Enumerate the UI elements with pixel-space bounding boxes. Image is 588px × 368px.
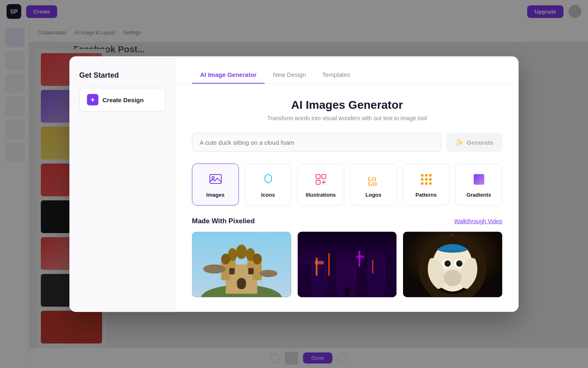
svg-rect-34 — [248, 268, 254, 274]
gradients-icon — [471, 171, 487, 187]
svg-rect-33 — [229, 268, 235, 274]
svg-rect-5 — [316, 180, 320, 184]
search-input[interactable] — [192, 132, 441, 152]
gradients-label: Gradients — [466, 191, 491, 197]
svg-rect-48 — [372, 260, 373, 273]
category-icons[interactable]: Icons — [245, 163, 292, 205]
gallery-image-2 — [298, 231, 397, 297]
create-design-label: Create Design — [102, 96, 144, 103]
category-illustrations[interactable]: Illustrations — [297, 163, 344, 205]
image-icon — [207, 171, 224, 187]
svg-rect-43 — [370, 258, 383, 297]
create-design-icon: + — [87, 94, 98, 105]
modal-left-title: Get Started — [79, 71, 165, 80]
svg-point-64 — [459, 261, 461, 264]
svg-marker-2 — [265, 174, 272, 183]
svg-rect-40 — [327, 251, 336, 297]
svg-point-35 — [203, 264, 226, 273]
made-with-title: Made With Pixelied — [192, 217, 255, 225]
hero-subtitle: Transform words into visual wonders with… — [192, 114, 502, 121]
tab-templates[interactable]: Templates — [314, 66, 358, 84]
made-with-section: Made With Pixelied Walkthrough Video — [192, 217, 502, 297]
svg-rect-13 — [421, 178, 423, 180]
svg-rect-44 — [385, 253, 397, 297]
svg-point-31 — [253, 254, 262, 264]
svg-point-28 — [236, 245, 247, 259]
wand-icon: ✨ — [455, 138, 463, 146]
category-images[interactable]: Images — [192, 163, 239, 205]
illustrations-icon — [313, 171, 329, 187]
svg-text:GO: GO — [368, 181, 377, 186]
svg-point-63 — [447, 261, 450, 264]
svg-rect-12 — [429, 174, 432, 176]
svg-rect-19 — [474, 174, 484, 184]
modal-left-panel: Get Started + Create Design — [69, 56, 176, 312]
gallery-image-3 — [403, 231, 502, 297]
svg-rect-46 — [328, 253, 330, 276]
images-label: Images — [206, 191, 225, 197]
create-design-button[interactable]: + Create Design — [79, 88, 165, 112]
generate-label: Generate — [467, 139, 493, 146]
logos-icon: LO GO — [365, 171, 382, 187]
svg-rect-15 — [429, 178, 432, 180]
generate-button[interactable]: ✨ Generate — [446, 132, 502, 152]
svg-rect-3 — [316, 174, 320, 178]
svg-rect-32 — [237, 278, 246, 289]
svg-point-1 — [212, 176, 214, 179]
modal: Get Started + Create Design AI Image Gen… — [69, 56, 519, 312]
modal-right-panel: AI Image Generator New Design Templates … — [176, 56, 519, 312]
svg-rect-50 — [356, 255, 364, 258]
image-gallery — [192, 231, 502, 297]
icons-label: Icons — [261, 191, 275, 197]
made-with-header: Made With Pixelied Walkthrough Video — [192, 217, 502, 225]
illustrations-label: Illustrations — [306, 191, 336, 197]
patterns-icon — [418, 171, 434, 187]
gallery-image-1 — [192, 231, 291, 297]
category-logos[interactable]: LO GO Logos — [350, 163, 397, 205]
svg-rect-53 — [298, 296, 397, 297]
svg-rect-0 — [210, 174, 221, 183]
category-grid: Images Icons — [192, 163, 502, 205]
search-area: ✨ Generate — [192, 132, 502, 152]
tab-new-design[interactable]: New Design — [265, 66, 314, 84]
svg-point-30 — [221, 254, 230, 264]
logos-label: Logos — [365, 191, 381, 197]
svg-rect-17 — [425, 182, 428, 184]
walkthrough-link[interactable]: Walkthrough Video — [454, 218, 502, 224]
svg-rect-38 — [298, 264, 311, 297]
tab-ai-image-generator[interactable]: AI Image Generator — [192, 66, 265, 84]
icons-icon — [260, 171, 276, 187]
svg-rect-16 — [421, 182, 423, 184]
svg-point-36 — [259, 269, 277, 277]
svg-rect-4 — [322, 174, 326, 178]
patterns-label: Patterns — [415, 191, 437, 197]
svg-point-68 — [444, 269, 462, 286]
svg-rect-47 — [359, 251, 360, 267]
modal-content: AI Images Generator Transform words into… — [176, 83, 519, 312]
hero-section: AI Images Generator Transform words into… — [192, 98, 502, 121]
modal-tabs: AI Image Generator New Design Templates — [176, 56, 519, 84]
category-patterns[interactable]: Patterns — [403, 163, 450, 205]
svg-rect-14 — [425, 178, 428, 180]
hero-title: AI Images Generator — [192, 98, 502, 111]
svg-rect-10 — [421, 174, 423, 176]
svg-rect-18 — [429, 182, 432, 184]
svg-rect-45 — [316, 258, 317, 276]
category-gradients[interactable]: Gradients — [455, 163, 502, 205]
svg-rect-11 — [425, 174, 428, 176]
svg-rect-49 — [315, 260, 324, 264]
